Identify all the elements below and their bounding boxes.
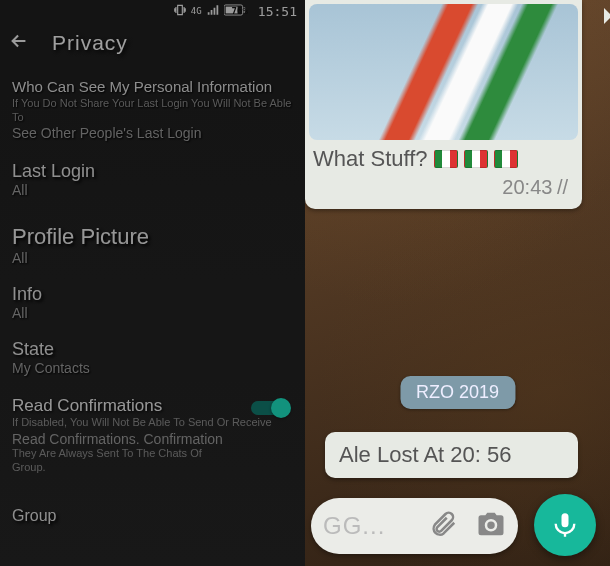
- section-who-title: Who Can See My Personal Information: [12, 78, 293, 95]
- chat-input-bar[interactable]: GG...: [311, 498, 518, 554]
- mic-button[interactable]: [534, 494, 596, 556]
- photo-time: 20:43: [502, 176, 552, 198]
- signal-icon: [206, 3, 220, 20]
- read-conf-sub2: They Are Always Sent To The Chats Of: [12, 447, 293, 461]
- section-who-caption: If You Do Not Share Your Last Login You …: [12, 97, 293, 125]
- chat-photo-message[interactable]: What Stuff? 20:43 //: [305, 0, 582, 209]
- read-conf-sub: Read Confirmations. Confirmation: [12, 431, 293, 447]
- setting-group[interactable]: Group: [0, 487, 305, 535]
- privacy-settings-panel: 4G 76% 15:51 Privacy Who Can See My Pers…: [0, 0, 305, 566]
- setting-profile-picture[interactable]: Profile Picture All: [0, 208, 305, 276]
- setting-state[interactable]: State My Contacts: [0, 331, 305, 386]
- chat-input-placeholder[interactable]: GG...: [323, 512, 410, 540]
- vibrate-icon: [173, 3, 187, 20]
- setting-last-login-name: Last Login: [12, 161, 293, 182]
- back-icon[interactable]: [8, 30, 30, 56]
- read-conf-toggle[interactable]: [251, 398, 291, 418]
- setting-last-login-value: All: [12, 182, 293, 198]
- setting-state-value: My Contacts: [12, 360, 293, 376]
- setting-last-login[interactable]: Last Login All: [0, 153, 305, 208]
- setting-profile-picture-value: All: [12, 250, 293, 266]
- setting-info-value: All: [12, 305, 293, 321]
- setting-group-name: Group: [12, 507, 293, 525]
- chat-date-separator: RZO 2019: [400, 376, 515, 409]
- photo-caption-text: What Stuff?: [313, 146, 428, 172]
- setting-info[interactable]: Info All: [0, 276, 305, 331]
- flag-icon-italy: [434, 150, 458, 168]
- page-title: Privacy: [52, 31, 128, 55]
- chat-message-ale[interactable]: Ale Lost At 20: 56: [325, 432, 578, 478]
- camera-icon[interactable]: [476, 509, 506, 543]
- setting-profile-picture-name: Profile Picture: [12, 224, 293, 250]
- clock: 15:51: [258, 4, 297, 19]
- read-conf-sub3: Group.: [12, 461, 293, 475]
- flag-icon-italy: [464, 150, 488, 168]
- battery-label: 76%: [232, 6, 248, 16]
- status-bar: 4G 76% 15:51: [0, 0, 305, 22]
- flag-icon-italy: [494, 150, 518, 168]
- chat-photo[interactable]: [309, 4, 578, 140]
- network-label: 4G: [191, 6, 202, 16]
- delivered-check-icon: //: [557, 176, 568, 198]
- section-who-sub: See Other People's Last Login: [12, 125, 293, 141]
- attach-icon[interactable]: [428, 509, 458, 543]
- setting-info-name: Info: [12, 284, 293, 305]
- chat-message-ale-text: Ale Lost At 20: 56: [339, 442, 511, 467]
- setting-read-confirmations[interactable]: Read Confirmations If Disabled, You Will…: [0, 386, 305, 487]
- read-conf-caption: If Disabled, You Will Not Be Able To Sen…: [12, 416, 293, 430]
- setting-state-name: State: [12, 339, 293, 360]
- chat-view: What Stuff? 20:43 // U Telegram 20: 49 /…: [305, 0, 610, 566]
